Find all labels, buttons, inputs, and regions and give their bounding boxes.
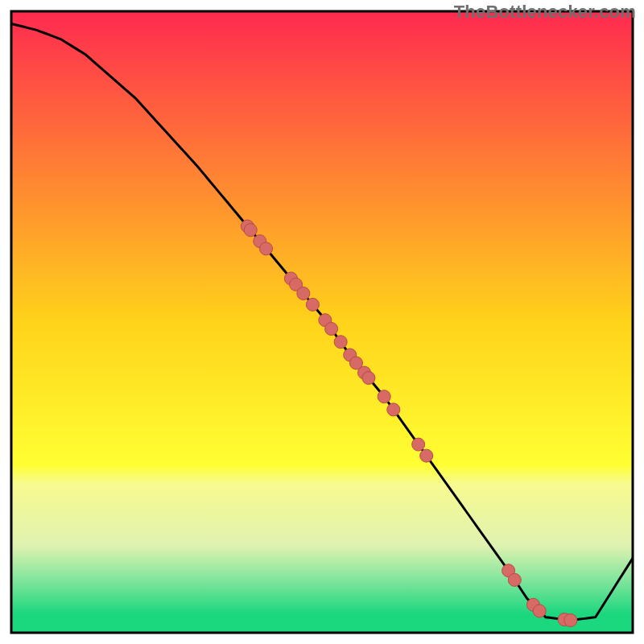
data-point <box>306 298 319 311</box>
data-point <box>325 322 338 335</box>
data-point <box>362 371 375 384</box>
data-point <box>387 403 400 416</box>
data-point <box>378 390 390 403</box>
watermark-label: TheBottlenecker.com <box>454 2 636 23</box>
data-point <box>260 242 273 255</box>
data-point <box>564 614 577 627</box>
data-point <box>508 573 521 586</box>
data-point <box>412 438 425 451</box>
data-point <box>297 287 310 299</box>
chart-container: TheBottlenecker.com <box>0 0 644 644</box>
data-point <box>334 336 347 349</box>
data-point <box>533 605 546 617</box>
data-point <box>420 449 433 462</box>
data-point <box>244 224 257 237</box>
bottleneck-chart <box>0 0 644 644</box>
